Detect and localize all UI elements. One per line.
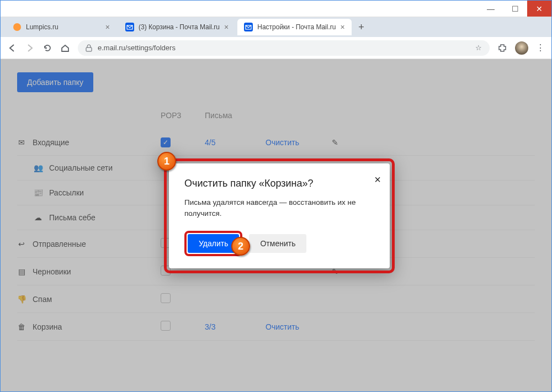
- svg-rect-1: [125, 23, 134, 31]
- dialog-text: Письма удалятся навсегда — восстановить …: [184, 197, 374, 219]
- folder-name: Рассылки: [49, 188, 84, 197]
- clear-link[interactable]: Очистить: [266, 322, 332, 331]
- folder-name: Черновики: [33, 267, 71, 276]
- close-tab-icon[interactable]: ×: [105, 23, 110, 31]
- close-tab-icon[interactable]: ×: [224, 23, 229, 31]
- new-tab-button[interactable]: +: [354, 22, 369, 33]
- tab-title: Lumpics.ru: [26, 23, 101, 31]
- letters-count: 3/3: [205, 322, 266, 331]
- dialog-body: × Очистить папку «Корзина»? Письма удаля…: [169, 163, 390, 268]
- confirm-dialog: × Очистить папку «Корзина»? Письма удаля…: [164, 158, 395, 273]
- browser-tab[interactable]: (3) Корзина - Почта Mail.ru ×: [119, 19, 235, 35]
- page-content: Добавить папку POP3 Письма ✉Входящие ✓ 4…: [1, 59, 551, 391]
- extensions-icon[interactable]: [497, 43, 507, 53]
- clear-link[interactable]: Очистить: [266, 138, 332, 147]
- window-titlebar: — ☐ ✕: [1, 1, 551, 17]
- maximize-button[interactable]: ☐: [503, 1, 527, 17]
- table-header: POP3 Письма: [17, 105, 535, 130]
- cancel-button[interactable]: Отменить: [249, 234, 306, 253]
- svg-rect-5: [86, 47, 92, 51]
- tab-strip: Lumpics.ru × (3) Корзина - Почта Mail.ru…: [1, 17, 551, 37]
- tab-title: Настройки - Почта Mail.ru: [257, 23, 336, 31]
- tab-title: (3) Корзина - Почта Mail.ru: [139, 23, 220, 31]
- kebab-menu-icon[interactable]: ⋮: [536, 43, 545, 53]
- dialog-actions: Удалить Отменить: [184, 231, 374, 256]
- address-bar: e.mail.ru/settings/folders ☆ ⋮: [1, 37, 551, 59]
- site-icon: [13, 23, 22, 31]
- browser-window: — ☐ ✕ Lumpics.ru × (3) Корзина - Почта M…: [0, 0, 552, 392]
- letters-count: 4/5: [205, 138, 266, 147]
- profile-avatar[interactable]: [515, 41, 528, 55]
- table-row: ✉Входящие ✓ 4/5 Очистить ✎: [17, 130, 535, 156]
- forward-button[interactable]: [25, 43, 35, 53]
- folder-name: Письма себе: [49, 213, 95, 222]
- folder-name: Отправленные: [33, 240, 86, 248]
- home-button[interactable]: [60, 43, 70, 53]
- draft-icon: ▤: [17, 267, 26, 276]
- dialog-close-icon[interactable]: ×: [374, 173, 381, 186]
- folder-name: Входящие: [33, 138, 69, 147]
- inbox-icon: ✉: [17, 138, 26, 147]
- url-input[interactable]: e.mail.ru/settings/folders ☆: [78, 40, 490, 56]
- social-icon: 👥: [34, 163, 43, 172]
- reload-button[interactable]: [43, 43, 52, 53]
- svg-point-0: [13, 23, 21, 31]
- browser-tab-active[interactable]: Настройки - Почта Mail.ru ×: [237, 19, 351, 35]
- pop3-checkbox[interactable]: [161, 293, 171, 303]
- mail-icon: [125, 23, 134, 31]
- spam-icon: 👎: [17, 295, 26, 304]
- header-pop3: POP3: [161, 111, 205, 120]
- back-button[interactable]: [7, 43, 17, 53]
- url-text: e.mail.ru/settings/folders: [98, 44, 176, 52]
- mail-icon: [244, 23, 253, 31]
- minimize-button[interactable]: —: [479, 1, 503, 17]
- add-folder-button[interactable]: Добавить папку: [17, 72, 93, 92]
- dialog-title: Очистить папку «Корзина»?: [184, 178, 374, 189]
- close-tab-icon[interactable]: ×: [340, 23, 344, 31]
- table-row: 👎Спам: [17, 285, 535, 313]
- folder-name: Корзина: [33, 322, 62, 331]
- table-row: 🗑Корзина 3/3 Очистить: [17, 313, 535, 341]
- header-letters: Письма: [205, 111, 266, 120]
- lock-icon: [86, 44, 92, 52]
- annotation-badge: 2: [231, 237, 250, 256]
- annotation-frame: × Очистить папку «Корзина»? Письма удаля…: [164, 158, 395, 273]
- folder-name: Социальные сети: [49, 163, 113, 172]
- edit-icon[interactable]: ✎: [332, 138, 354, 147]
- folder-name: Спам: [33, 295, 52, 304]
- trash-icon: 🗑: [17, 322, 26, 331]
- bookmark-icon[interactable]: ☆: [475, 44, 482, 52]
- close-window-button[interactable]: ✕: [527, 1, 551, 17]
- svg-rect-3: [244, 23, 253, 31]
- self-icon: ☁: [34, 213, 43, 222]
- pop3-checkbox[interactable]: ✓: [161, 137, 171, 147]
- pop3-checkbox[interactable]: [161, 321, 171, 331]
- browser-tab[interactable]: Lumpics.ru ×: [6, 19, 116, 35]
- sent-icon: ↩: [17, 240, 26, 248]
- newsletter-icon: 📰: [34, 188, 43, 197]
- annotation-badge: 1: [157, 152, 176, 171]
